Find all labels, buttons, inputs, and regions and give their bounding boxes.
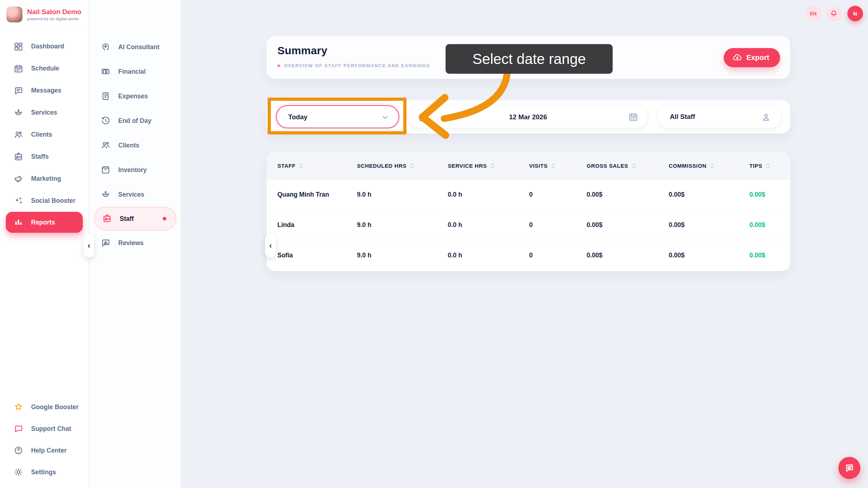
sidebar-item-messages[interactable]: Messages	[0, 80, 89, 102]
column-header-commission[interactable]: COMMISSION	[669, 163, 749, 169]
sidebar-item-dashboard[interactable]: Dashboard	[0, 35, 89, 57]
sidebar-item-reports[interactable]: Reports	[6, 212, 83, 233]
table-row[interactable]: Linda 9.0 h 0.0 h 0 0.00$ 0.00$ 0.00$	[267, 210, 790, 240]
reports-item-services[interactable]: Services	[89, 182, 181, 207]
cell-tips: 0.00$	[749, 252, 790, 259]
chat-lines-icon	[844, 463, 855, 474]
reports-item-end-of-day[interactable]: End of Day	[89, 108, 181, 133]
sidebar-item-schedule[interactable]: Schedule	[0, 57, 89, 80]
megaphone-icon	[14, 174, 23, 184]
lotus-icon	[14, 108, 23, 117]
sidebar-item-services[interactable]: Services	[0, 102, 89, 124]
help-icon	[14, 446, 23, 455]
messages-icon	[14, 86, 23, 95]
export-button-label: Export	[746, 53, 769, 62]
support-chat-fab[interactable]	[838, 457, 860, 479]
reports-item-reviews[interactable]: Reviews	[89, 231, 181, 255]
column-header-tips[interactable]: TIPS	[749, 163, 790, 169]
language-button[interactable]: EN	[805, 6, 821, 21]
sort-icon	[551, 163, 556, 169]
chevron-left-icon: ‹	[88, 241, 90, 251]
cell-staff: Quang Minh Tran	[277, 191, 357, 198]
reports-item-ai-consultant[interactable]: AI Consultant	[89, 35, 181, 59]
sidebar-item-label: Google Booster	[31, 403, 78, 411]
reports-nav: AI Consultant Financial Expenses End of …	[89, 35, 181, 255]
id-card-icon	[14, 152, 23, 162]
brand[interactable]: Nail Salon Demo powered by vic digital w…	[0, 0, 89, 29]
notifications-button[interactable]	[826, 6, 842, 21]
staff-summary-table: STAFF SCHEDULED HRS SERVICE HRS VISITS G…	[267, 152, 790, 271]
date-picker[interactable]: 12 Mar 2026	[408, 105, 648, 128]
sidebar-item-label: Messages	[31, 87, 61, 94]
sidebar-item-label: Reports	[31, 219, 55, 226]
sidebar-item-social-booster[interactable]: Social Booster	[0, 190, 89, 212]
sparkles-icon	[14, 196, 23, 206]
sidebar-item-marketing[interactable]: Marketing	[0, 168, 89, 190]
dashboard-icon	[14, 42, 23, 51]
cell-service-hrs: 0.0 h	[448, 221, 529, 229]
cell-commission: 0.00$	[669, 191, 749, 198]
ai-head-icon	[101, 42, 110, 52]
subtitle-dot	[277, 64, 280, 67]
column-header-service-hrs[interactable]: SERVICE HRS	[448, 163, 529, 169]
reports-item-label: Clients	[118, 142, 139, 149]
cell-commission: 0.00$	[669, 221, 749, 229]
brand-logo	[7, 7, 22, 22]
sidebar-item-label: Support Chat	[31, 425, 71, 433]
sort-icon	[766, 163, 770, 169]
clients-icon	[101, 141, 110, 150]
bell-icon	[830, 9, 838, 18]
receipt-icon	[101, 91, 110, 101]
sort-icon	[631, 163, 636, 169]
sort-icon	[410, 163, 414, 169]
id-card-icon	[102, 214, 112, 223]
reports-item-expenses[interactable]: Expenses	[89, 84, 181, 108]
reports-item-inventory[interactable]: Inventory	[89, 158, 181, 182]
sidebar-item-label: Social Booster	[31, 197, 76, 205]
sidebar-item-clients[interactable]: Clients	[0, 124, 89, 146]
page-title: Summary	[277, 44, 327, 57]
cell-scheduled-hrs: 9.0 h	[357, 221, 448, 229]
user-avatar[interactable]: N	[847, 6, 863, 21]
sidebar-item-label: Staffs	[31, 153, 49, 160]
staff-filter-select[interactable]: All Staff	[657, 105, 782, 128]
sidebar-item-support-chat[interactable]: Support Chat	[0, 418, 89, 440]
clients-icon	[14, 130, 23, 140]
table-row[interactable]: Sofia 9.0 h 0.0 h 0 0.00$ 0.00$ 0.00$	[267, 240, 790, 270]
reports-item-financial[interactable]: Financial	[89, 59, 181, 84]
column-header-scheduled-hrs[interactable]: SCHEDULED HRS	[357, 163, 448, 169]
date-picker-value: 12 Mar 2026	[408, 113, 648, 121]
cell-gross-sales: 0.00$	[587, 252, 669, 259]
sidebar-item-label: Clients	[31, 131, 52, 138]
reports-item-label: Inventory	[118, 166, 147, 174]
sidebar-footer-nav: Google Booster Support Chat Help Center …	[0, 396, 89, 483]
cell-visits: 0	[529, 252, 587, 259]
table-row[interactable]: Quang Minh Tran 9.0 h 0.0 h 0 0.00$ 0.00…	[267, 179, 790, 210]
box-icon	[101, 165, 110, 175]
sidebar-item-google-booster[interactable]: Google Booster	[0, 396, 89, 418]
cloud-download-icon	[732, 53, 742, 63]
brand-name: Nail Salon Demo	[27, 8, 81, 16]
sort-icon	[299, 163, 303, 169]
export-button[interactable]: Export	[724, 48, 780, 67]
table-header-row: STAFF SCHEDULED HRS SERVICE HRS VISITS G…	[267, 152, 790, 179]
sort-icon	[490, 163, 495, 169]
reports-item-clients[interactable]: Clients	[89, 133, 181, 158]
star-icon	[14, 402, 23, 412]
cell-service-hrs: 0.0 h	[448, 191, 529, 198]
cell-tips: 0.00$	[749, 191, 790, 198]
reports-sidebar-collapse-button[interactable]: ‹	[265, 234, 276, 257]
column-header-gross-sales[interactable]: GROSS SALES	[587, 163, 669, 169]
sidebar-item-settings[interactable]: Settings	[0, 461, 89, 483]
banknote-icon	[101, 67, 110, 76]
sidebar-item-staffs[interactable]: Staffs	[0, 146, 89, 168]
chevron-down-icon	[381, 114, 389, 121]
date-range-select[interactable]: Today	[276, 105, 399, 128]
column-header-staff[interactable]: STAFF	[277, 163, 357, 169]
lotus-icon	[101, 190, 110, 199]
main-sidebar-collapse-button[interactable]: ‹	[84, 234, 94, 257]
reports-item-staff[interactable]: Staff	[94, 207, 176, 231]
column-header-visits[interactable]: VISITS	[529, 163, 587, 169]
sidebar-item-help-center[interactable]: Help Center	[0, 440, 89, 461]
sidebar-item-label: Marketing	[31, 175, 61, 183]
